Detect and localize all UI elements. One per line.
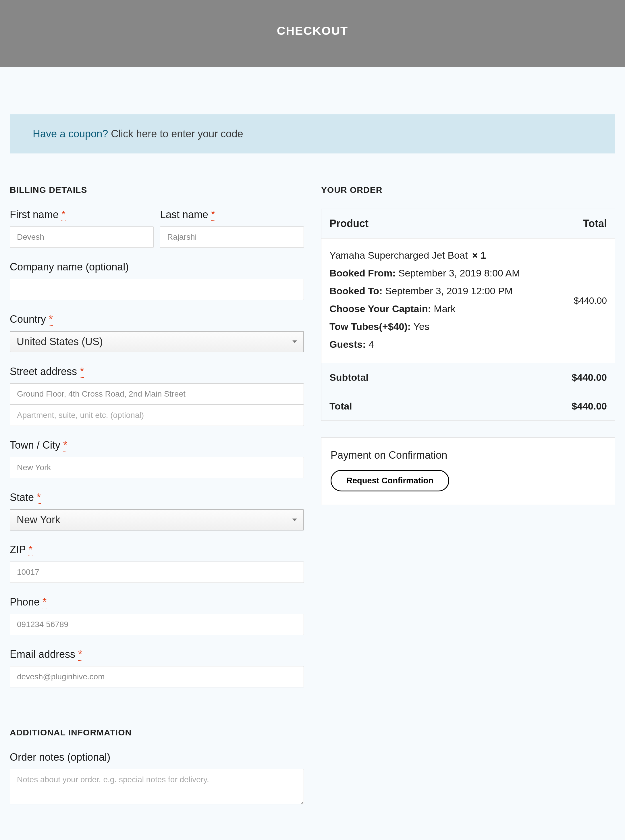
- payment-title: Payment on Confirmation: [331, 449, 606, 461]
- country-label: Country *: [10, 313, 304, 325]
- order-head-product: Product: [330, 218, 368, 230]
- payment-box: Payment on Confirmation Request Confirma…: [321, 437, 615, 505]
- subtotal-label: Subtotal: [330, 372, 368, 383]
- order-notes-textarea[interactable]: [10, 769, 304, 804]
- email-label: Email address *: [10, 648, 304, 661]
- zip-label: ZIP *: [10, 544, 304, 556]
- last-name-label: Last name *: [160, 209, 304, 221]
- street-label: Street address *: [10, 366, 304, 378]
- total-label: Total: [330, 401, 352, 412]
- company-label: Company name (optional): [10, 261, 304, 273]
- street-address-2-input[interactable]: [10, 405, 304, 426]
- coupon-notice[interactable]: Have a coupon? Click here to enter your …: [10, 114, 615, 153]
- last-name-input[interactable]: [160, 226, 304, 248]
- country-select[interactable]: United States (US): [10, 331, 304, 352]
- email-input[interactable]: [10, 666, 304, 687]
- zip-input[interactable]: [10, 561, 304, 583]
- total-value: $440.00: [572, 401, 607, 412]
- order-notes-label: Order notes (optional): [10, 751, 304, 763]
- phone-input[interactable]: [10, 614, 304, 635]
- page-title: CHECKOUT: [277, 24, 348, 37]
- first-name-input[interactable]: [10, 226, 154, 248]
- subtotal-value: $440.00: [572, 372, 607, 383]
- coupon-prompt: Click here to enter your code: [108, 128, 243, 140]
- request-confirmation-button[interactable]: Request Confirmation: [331, 470, 449, 491]
- city-input[interactable]: [10, 457, 304, 478]
- street-address-1-input[interactable]: [10, 383, 304, 405]
- phone-label: Phone *: [10, 596, 304, 608]
- order-line-total: $440.00: [574, 295, 607, 306]
- city-label: Town / City *: [10, 439, 304, 451]
- page-header: CHECKOUT: [0, 0, 625, 67]
- order-summary-table: Product Total Yamaha Supercharged Jet Bo…: [321, 209, 615, 421]
- first-name-label: First name *: [10, 209, 154, 221]
- billing-heading: BILLING DETAILS: [10, 185, 304, 195]
- coupon-link[interactable]: Have a coupon?: [33, 128, 108, 140]
- order-head-total: Total: [583, 218, 607, 230]
- company-input[interactable]: [10, 279, 304, 300]
- order-heading: YOUR ORDER: [321, 185, 615, 195]
- order-product-details: Yamaha Supercharged Jet Boat × 1 Booked …: [330, 247, 520, 354]
- state-label: State *: [10, 491, 304, 503]
- additional-heading: ADDITIONAL INFORMATION: [10, 728, 304, 737]
- state-select[interactable]: New York: [10, 509, 304, 530]
